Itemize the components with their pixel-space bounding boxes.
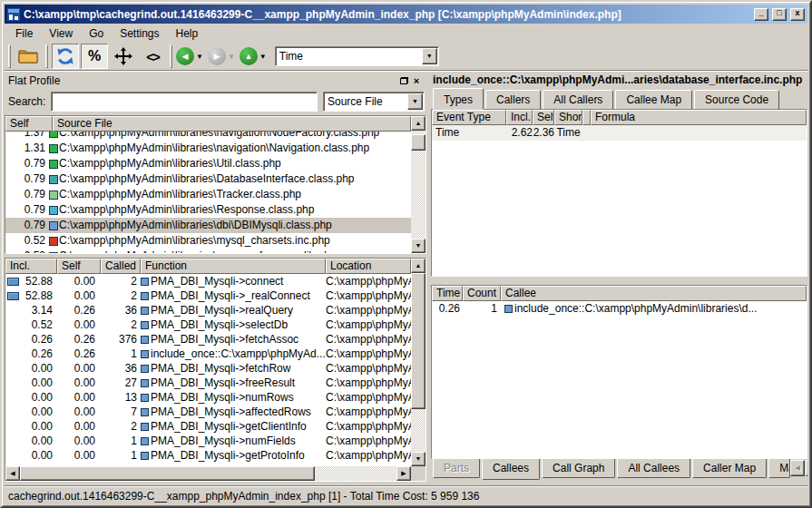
scroll-up-icon[interactable]: ▲ [411, 259, 426, 273]
function-row[interactable]: 0.00 0.00 1 PMA_DBI_Mysqli->getProtoInfo… [5, 448, 411, 463]
function-cell: PMA_DBI_Mysqli->getProtoInfo [141, 448, 326, 463]
function-table-vertical-scrollbar[interactable]: ▲ ▼ [411, 259, 426, 466]
toolbar-handle[interactable] [170, 44, 172, 68]
source-file-row[interactable]: 0.79 C:\xampp\phpMyAdmin\libraries\dbi\D… [5, 218, 411, 233]
tab-callees[interactable]: Callees [482, 459, 540, 480]
menu-settings[interactable]: Settings [113, 26, 166, 41]
search-input[interactable] [51, 92, 318, 112]
scroll-up-icon[interactable]: ▲ [411, 116, 426, 131]
column-header-self[interactable]: Self [5, 116, 53, 132]
tab-all-callers[interactable]: All Callers [543, 90, 613, 109]
scroll-down-icon[interactable]: ▼ [411, 452, 426, 466]
group-by-selector[interactable]: Source File ▼ [323, 92, 425, 112]
scroll-down-icon[interactable]: ▼ [411, 239, 426, 253]
incl-cell: 52.88 [5, 288, 57, 303]
function-row[interactable]: 3.14 0.26 36 PMA_DBI_Mysqli->realQuery C… [5, 303, 411, 318]
function-row[interactable]: 0.00 0.00 1 PMA_DBI_Mysqli->numFields C:… [5, 434, 411, 448]
tab-callers[interactable]: Callers [485, 90, 541, 109]
column-header-callee[interactable]: Callee [501, 286, 807, 301]
column-header-short[interactable]: Short [554, 110, 582, 125]
horizontal-resize-button[interactable]: <> [139, 44, 166, 69]
incl-cell: 0.00 [5, 390, 57, 405]
function-row[interactable]: 0.26 0.26 376 PMA_DBI_Mysqli->fetchAssoc… [5, 332, 411, 347]
close-button[interactable]: x [790, 8, 805, 21]
title-bar[interactable]: C:\xampp\tmp\cachegrind.out.1416463299-C… [5, 5, 807, 24]
detail-splitter[interactable] [431, 277, 807, 285]
scroll-left-icon[interactable]: ◀ [5, 466, 20, 481]
function-row[interactable]: 0.52 0.00 2 PMA_DBI_Mysqli->selectDb C:\… [5, 318, 411, 332]
expand-all-button[interactable] [110, 44, 137, 69]
column-header-location[interactable]: Location [326, 259, 411, 274]
minimize-button[interactable]: _ [754, 8, 768, 21]
scrollbar-thumb[interactable] [20, 466, 315, 481]
source-file-row[interactable]: 1.31 C:\xampp\phpMyAdmin\libraries\navig… [5, 141, 411, 156]
column-header-self[interactable]: Self [533, 110, 554, 125]
source-file-row[interactable]: 0.79 C:\xampp\phpMyAdmin\libraries\Datab… [5, 171, 411, 187]
tab-callee-map[interactable]: Callee Map [615, 90, 692, 109]
tab-machine[interactable]: Machine [768, 459, 790, 478]
self-cell: 0.00 [57, 288, 101, 303]
back-dropdown-caret-icon[interactable]: ▼ [196, 53, 203, 61]
menu-go[interactable]: Go [82, 26, 111, 41]
column-header-time[interactable]: Time [432, 286, 463, 301]
event-type-selector[interactable]: Time ▼ [275, 46, 439, 66]
source-file-row[interactable]: 0.52 C:\xampp\phpMyAdmin\libraries\mysql… [5, 233, 411, 249]
scrollbar-thumb[interactable] [411, 134, 426, 151]
up-button[interactable]: ▲ ▼ [240, 47, 269, 65]
column-header-function[interactable]: Function [141, 259, 326, 274]
function-row[interactable]: 0.00 0.00 7 PMA_DBI_Mysqli->affectedRows… [5, 405, 411, 419]
dock-title-bar[interactable]: Flat Profile × [5, 73, 426, 89]
open-file-button[interactable] [15, 44, 42, 69]
called-cell: 2 [101, 288, 141, 303]
column-header-incl[interactable]: Incl. [5, 259, 57, 274]
callee-row[interactable]: 0.26 1 include_once::C:\xampp\phpMyAdmin… [432, 301, 807, 317]
chevron-down-icon[interactable]: ▼ [422, 48, 437, 64]
function-table-horizontal-scrollbar[interactable]: ◀ ▶ [5, 466, 426, 481]
event-type-row[interactable]: Time 2.62 2.36 Time [432, 125, 807, 141]
source-file-row[interactable]: 0.79 C:\xampp\phpMyAdmin\libraries\Track… [5, 187, 411, 202]
tab-call-graph[interactable]: Call Graph [542, 459, 615, 478]
function-row[interactable]: 0.00 0.00 27 PMA_DBI_Mysqli->freeResult … [5, 376, 411, 390]
toolbar-handle[interactable] [45, 44, 48, 68]
source-file-row[interactable]: 0.79 C:\xampp\phpMyAdmin\libraries\Respo… [5, 202, 411, 218]
tab-all-callees[interactable]: All Callees [617, 459, 690, 478]
source-file-row[interactable]: 0.52 C:\xampp\phpMyAdmin\libraries\user_… [5, 249, 411, 253]
function-row[interactable]: 52.88 0.00 2 PMA_DBI_Mysqli->_realConnec… [5, 288, 411, 303]
column-header-spacer[interactable] [582, 110, 591, 125]
menu-help[interactable]: Help [169, 26, 206, 41]
up-dropdown-caret-icon[interactable]: ▼ [259, 53, 267, 61]
source-file-row[interactable]: 1.37 C:\xampp\phpMyAdmin\libraries\navig… [5, 132, 411, 141]
maximize-button[interactable]: □ [772, 8, 787, 21]
toolbar-handle[interactable] [8, 44, 11, 68]
scroll-right-icon[interactable]: ▶ [396, 466, 411, 481]
column-header-incl[interactable]: Incl. [506, 110, 533, 125]
tab-scroll-right-icon[interactable]: ▶ [806, 460, 807, 476]
source-file-row[interactable]: 0.79 C:\xampp\phpMyAdmin\libraries\Util.… [5, 156, 411, 171]
function-row[interactable]: 0.00 0.00 2 PMA_DBI_Mysqli->getClientInf… [5, 419, 411, 434]
forward-button[interactable]: ▶ ▼ [208, 47, 238, 65]
back-button[interactable]: ◀ ▼ [176, 47, 206, 65]
scrollbar-thumb[interactable] [411, 273, 426, 409]
column-header-self[interactable]: Self [57, 259, 101, 274]
dock-close-button[interactable]: × [410, 75, 423, 86]
menu-file[interactable]: File [8, 26, 40, 41]
column-header-count[interactable]: Count [463, 286, 501, 301]
function-row[interactable]: 0.00 0.00 36 PMA_DBI_Mysqli->fetchRow C:… [5, 361, 411, 376]
function-row[interactable]: 0.00 0.00 13 PMA_DBI_Mysqli->numRows C:\… [5, 390, 411, 405]
function-row[interactable]: 52.88 0.00 2 PMA_DBI_Mysqli->connect C:\… [5, 274, 411, 288]
menu-view[interactable]: View [42, 26, 80, 41]
source-list-vertical-scrollbar[interactable]: ▲ ▼ [411, 116, 426, 253]
function-row[interactable]: 0.26 0.26 1 include_once::C:\xampp\phpMy… [5, 347, 411, 361]
tab-scroll-buttons: ◀ ▶ [790, 459, 807, 476]
tab-types[interactable]: Types [433, 88, 484, 109]
tab-source-code[interactable]: Source Code [694, 90, 779, 109]
tab-caller-map[interactable]: Caller Map [692, 459, 767, 478]
reload-button[interactable] [52, 44, 79, 69]
column-header-called[interactable]: Called [101, 259, 141, 274]
column-header-source-file[interactable]: Source File [53, 116, 411, 132]
column-header-event-type[interactable]: Event Type [432, 110, 506, 125]
column-header-formula[interactable]: Formula [591, 110, 807, 125]
chevron-down-icon[interactable]: ▼ [407, 93, 423, 110]
percent-toggle-button[interactable]: % [81, 44, 108, 69]
dock-float-button[interactable] [397, 75, 410, 86]
